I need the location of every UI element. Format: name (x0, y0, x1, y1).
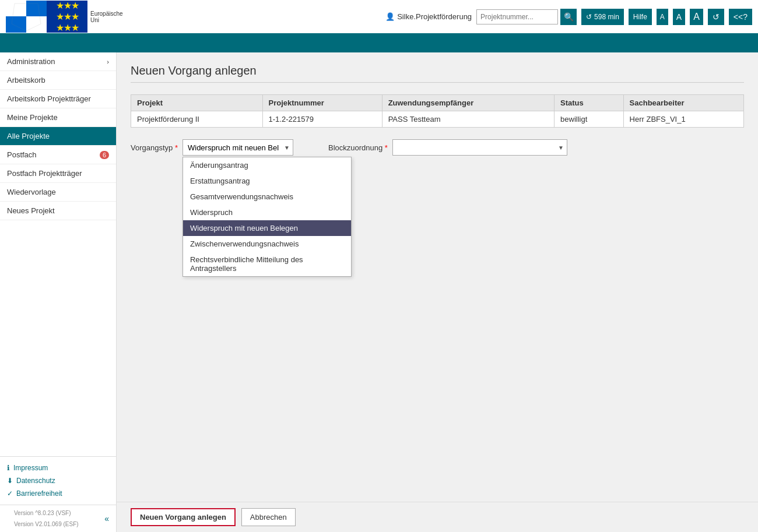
help-label: Hilfe (633, 13, 647, 21)
blockzuordnung-label: Blockzuordnung * (328, 143, 388, 152)
version2: Version V2.01.069 (ESF) (7, 519, 86, 530)
blockzuordnung-group: Blockzuordnung * ▼ (328, 139, 567, 156)
sidebar-collapse-button[interactable]: « (104, 514, 109, 523)
version1: Version ^8.0.23 (VSF) (7, 508, 86, 519)
refresh-button[interactable]: ↺ (708, 9, 724, 25)
timer-value: 598 min (594, 13, 619, 21)
project-table: Projekt Projektnummer Zuwendungsempfänge… (131, 94, 744, 128)
svg-rect-2 (26, 1, 47, 16)
datenschutz-link[interactable]: ⬇ Datenschutz (7, 474, 109, 487)
cancel-button[interactable]: Abbrechen (241, 508, 296, 526)
blockzuordnung-required: * (385, 143, 388, 152)
col-projektnummer: Projektnummer (262, 95, 382, 111)
help-button[interactable]: Hilfe (629, 9, 652, 25)
administration-arrow: › (107, 58, 109, 65)
vorgangstyp-label: Vorgangstyp * (131, 143, 178, 152)
eu-label: Europäische Uni (87, 10, 122, 23)
user-icon: 👤 (385, 12, 395, 21)
barrierefreiheit-label: Barrierefreiheit (16, 489, 62, 498)
dropdown-option-zwischenverwendungsnachweis[interactable]: Zwischenverwendungsnachweis (183, 236, 351, 252)
col-sachbearbeiter: Sachbearbeiter (623, 95, 743, 111)
sidebar-label-postfach: Postfach (7, 150, 37, 159)
vorgangstyp-group: Vorgangstyp * Änderungsantrag Erstattung… (131, 139, 293, 156)
sidebar-item-postfach-projekttraeger[interactable]: Postfach Projektträger (0, 164, 116, 183)
sidebar-item-postfach[interactable]: Postfach 6 (0, 146, 116, 164)
postfach-badge: 6 (100, 151, 109, 159)
blockzuordnung-select[interactable] (392, 139, 567, 156)
blockzuordnung-select-wrapper: ▼ (392, 139, 567, 156)
datenschutz-label: Datenschutz (16, 477, 55, 485)
search-input[interactable] (476, 9, 558, 24)
vorgangstyp-required: * (175, 143, 178, 152)
barrierefreiheit-icon: ✓ (7, 489, 13, 498)
sidebar-item-wiedervorlage[interactable]: Wiedervorlage (0, 183, 116, 202)
timer-button[interactable]: ↺ 598 min (581, 9, 624, 25)
vorgangstyp-dropdown-menu: Änderungsantrag Erstattungsantrag Gesamt… (183, 157, 352, 277)
bottom-buttons: Neuen Vorgang anlegen Abbrechen (117, 502, 758, 532)
sidebar-footer: ℹ Impressum ⬇ Datenschutz ✓ Barrierefrei… (0, 456, 116, 505)
sidebar-item-meine-projekte[interactable]: Meine Projekte (0, 108, 116, 127)
search-button[interactable]: 🔍 (560, 9, 577, 25)
table-row: Projektförderung II 1-1.2-221579 PASS Te… (131, 111, 744, 128)
version-info: Version ^8.0.23 (VSF) Version V2.01.069 … (7, 508, 86, 530)
dropdown-option-gesamtverwendungsnachweis[interactable]: Gesamtverwendungsnachweis (183, 189, 351, 205)
dropdown-option-widerspruch-belegen[interactable]: Widerspruch mit neuen Belegen (183, 220, 351, 236)
svg-rect-1 (6, 1, 26, 16)
sidebar-item-neues-projekt[interactable]: Neues Projekt (0, 202, 116, 220)
sidebar-item-arbeitskorb-projekttraeger[interactable]: Arbeitskorb Projektträger (0, 90, 116, 108)
impressum-label: Impressum (13, 464, 48, 472)
sidebar-label-administration: Administration (7, 57, 55, 66)
sidebar-label-postfach-projekttraeger: Postfach Projektträger (7, 169, 82, 178)
search-box: 🔍 (476, 9, 577, 25)
sidebar: Administration › Arbeitskorb Arbeitskorb… (0, 52, 117, 532)
sidebar-item-arbeitskorb[interactable]: Arbeitskorb (0, 71, 116, 90)
datenschutz-icon: ⬇ (7, 477, 13, 485)
header-right: 👤 Silke.Projektförderung 🔍 ↺ 598 min Hil… (385, 9, 752, 25)
dropdown-option-erstattungsantrag[interactable]: Erstattungsantrag (183, 173, 351, 189)
dropdown-option-widerspruch[interactable]: Widerspruch (183, 205, 351, 220)
sidebar-menu: Administration › Arbeitskorb Arbeitskorb… (0, 52, 116, 255)
impressum-link[interactable]: ℹ Impressum (7, 461, 109, 474)
sidebar-label-neues-projekt: Neues Projekt (7, 206, 55, 215)
vorgangstyp-select[interactable]: Änderungsantrag Erstattungsantrag Gesamt… (183, 139, 293, 156)
sidebar-item-administration[interactable]: Administration › (0, 52, 116, 71)
vorgangstyp-select-wrapper: Änderungsantrag Erstattungsantrag Gesamt… (183, 139, 293, 156)
timer-icon: ↺ (586, 13, 592, 21)
username: Silke.Projektförderung (397, 12, 472, 21)
font-medium-button[interactable]: A (673, 9, 685, 25)
svg-rect-3 (6, 16, 26, 33)
cell-projekt: Projektförderung II (131, 111, 263, 128)
dropdown-option-rechtsverbindliche-mitteilung[interactable]: Rechtsverbindliche Mitteilung des Antrag… (183, 252, 351, 276)
sidebar-label-alle-projekte: Alle Projekte (7, 132, 50, 140)
svg-rect-4 (26, 16, 47, 33)
logo-area: ★★★★★★★★★ Europäische Uni (6, 1, 122, 33)
cell-zuwendungsempfaenger: PASS Testteam (382, 111, 554, 128)
col-projekt: Projekt (131, 95, 263, 111)
sidebar-label-wiedervorlage: Wiedervorlage (7, 188, 56, 196)
barrierefreiheit-link[interactable]: ✓ Barrierefreiheit (7, 487, 109, 500)
top-nav-bar (0, 35, 758, 52)
sidebar-label-arbeitskorb-projekttraeger: Arbeitskorb Projektträger (7, 94, 91, 103)
main-content: Neuen Vorgang anlegen Projekt Projektnum… (117, 52, 758, 532)
col-status: Status (555, 95, 624, 111)
col-zuwendungsempfaenger: Zuwendungsempfänger (382, 95, 554, 111)
submit-button[interactable]: Neuen Vorgang anlegen (131, 508, 236, 526)
user-info: 👤 Silke.Projektförderung (385, 12, 472, 21)
font-large-button[interactable]: A (690, 9, 703, 25)
eu-logo: ★★★★★★★★★ (47, 1, 87, 33)
page-title: Neuen Vorgang anlegen (131, 64, 744, 83)
eu-stars: ★★★★★★★★★ (56, 0, 79, 33)
impressum-icon: ℹ (7, 464, 10, 472)
cell-status: bewilligt (555, 111, 624, 128)
dropdown-option-aenderungsantrag[interactable]: Änderungsantrag (183, 157, 351, 173)
bavaria-logo (6, 1, 47, 33)
sidebar-item-alle-projekte[interactable]: Alle Projekte (0, 127, 116, 146)
header: ★★★★★★★★★ Europäische Uni 👤 Silke.Projek… (0, 0, 758, 35)
nav-back-button[interactable]: <<? (729, 9, 752, 25)
form-row: Vorgangstyp * Änderungsantrag Erstattung… (131, 139, 744, 156)
sidebar-label-meine-projekte: Meine Projekte (7, 113, 58, 122)
cell-sachbearbeiter: Herr ZBFS_VI_1 (623, 111, 743, 128)
font-small-button[interactable]: A (657, 9, 668, 25)
sidebar-label-arbeitskorb: Arbeitskorb (7, 76, 45, 84)
cell-projektnummer: 1-1.2-221579 (262, 111, 382, 128)
